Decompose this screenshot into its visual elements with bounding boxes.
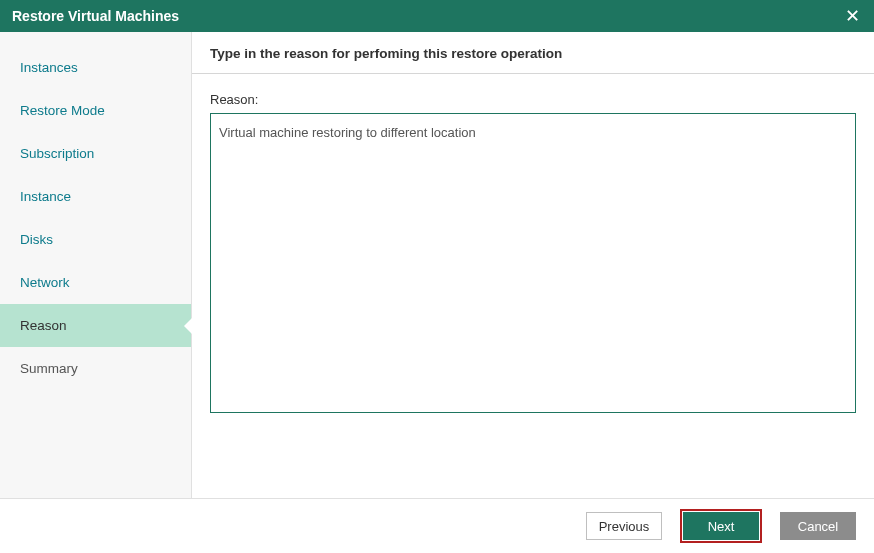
body-area: Instances Restore Mode Subscription Inst… [0, 32, 874, 498]
sidebar-item-restore-mode[interactable]: Restore Mode [0, 89, 191, 132]
previous-button[interactable]: Previous [586, 512, 662, 540]
sidebar-item-label: Instances [20, 60, 78, 75]
sidebar-item-instances[interactable]: Instances [0, 46, 191, 89]
cancel-button[interactable]: Cancel [780, 512, 856, 540]
window-title: Restore Virtual Machines [12, 8, 179, 24]
sidebar-item-subscription[interactable]: Subscription [0, 132, 191, 175]
main-content: Reason: [192, 74, 874, 498]
sidebar-item-label: Network [20, 275, 70, 290]
footer: Previous Next Cancel [0, 498, 874, 553]
sidebar-item-label: Disks [20, 232, 53, 247]
sidebar-item-summary[interactable]: Summary [0, 347, 191, 390]
next-button-highlight: Next [680, 509, 762, 543]
sidebar-item-label: Instance [20, 189, 71, 204]
sidebar-item-disks[interactable]: Disks [0, 218, 191, 261]
titlebar: Restore Virtual Machines ✕ [0, 0, 874, 32]
sidebar-item-network[interactable]: Network [0, 261, 191, 304]
sidebar-item-label: Summary [20, 361, 78, 376]
sidebar-item-label: Restore Mode [20, 103, 105, 118]
sidebar-item-reason[interactable]: Reason [0, 304, 191, 347]
sidebar-item-label: Reason [20, 318, 67, 333]
main-header: Type in the reason for perfoming this re… [192, 32, 874, 74]
main-panel: Type in the reason for perfoming this re… [192, 32, 874, 498]
sidebar-item-instance[interactable]: Instance [0, 175, 191, 218]
close-icon[interactable]: ✕ [842, 6, 862, 26]
reason-textarea[interactable] [210, 113, 856, 413]
sidebar: Instances Restore Mode Subscription Inst… [0, 32, 192, 498]
sidebar-item-label: Subscription [20, 146, 94, 161]
next-button[interactable]: Next [683, 512, 759, 540]
reason-label: Reason: [210, 92, 856, 107]
